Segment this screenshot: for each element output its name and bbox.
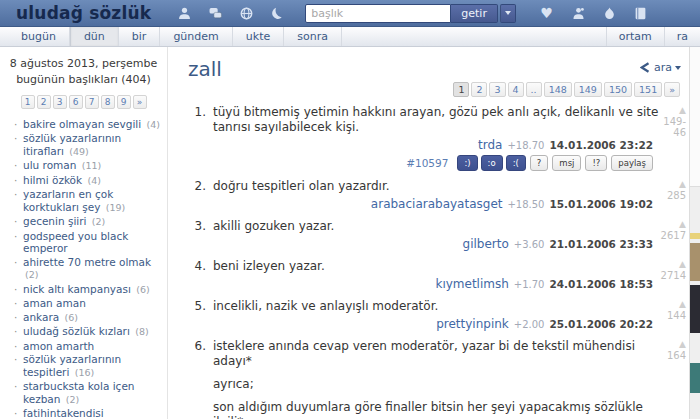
entry-list: 1.tüyü bitmemiş yetimin hakkını arayan, …: [188, 105, 689, 419]
entry-author-link[interactable]: trda: [478, 138, 502, 152]
search-input[interactable]: [305, 4, 451, 23]
page-button[interactable]: ..: [526, 82, 542, 97]
entry-date[interactable]: 24.01.2006 18:53: [549, 278, 653, 290]
page-button[interactable]: 8: [101, 95, 115, 109]
nav-tab-ra[interactable]: ra: [664, 27, 700, 46]
sidebar-topic-link[interactable]: yazarların en çok korktukları şey (19): [14, 188, 165, 214]
messages-icon[interactable]: [209, 7, 222, 20]
heart-icon[interactable]: ♥: [539, 7, 554, 20]
action-button-msj[interactable]: msj: [552, 155, 581, 171]
sidebar-topic-link[interactable]: sözlük yazarlarının itirafları (49): [14, 132, 165, 158]
ara-dropdown[interactable]: ara: [640, 61, 681, 74]
sidebar-topic-link[interactable]: gecenin şiiri (2): [14, 215, 165, 229]
reaction-button[interactable]: :): [457, 155, 477, 171]
page-button[interactable]: 4: [508, 82, 524, 97]
nav-right-tabs: ortamra: [606, 27, 700, 46]
page-title[interactable]: zall: [188, 57, 222, 81]
thumbnail-image[interactable]: [690, 285, 700, 333]
entry-meta: gilberto+3.6021.01.2006 23:33: [188, 237, 659, 251]
thumbnail-image[interactable]: [690, 233, 700, 239]
sidebar-topic-link[interactable]: bakire olmayan sevgili (4): [14, 118, 165, 132]
entry-author-link[interactable]: kıymetlimsh: [435, 277, 508, 291]
nav-tab-bir[interactable]: bir: [119, 27, 161, 46]
page-button[interactable]: 7: [85, 95, 99, 109]
entry-votes: ▲2714: [659, 259, 689, 291]
sidebar-topic-link[interactable]: sözlük yazarlarının tespitleri (16): [14, 353, 165, 379]
entry-author-link[interactable]: prettyinpink: [436, 317, 509, 331]
page-button[interactable]: 149: [574, 82, 602, 97]
page-button[interactable]: 151: [634, 82, 662, 97]
entry-number: 6.: [188, 339, 206, 419]
page-button[interactable]: 3: [53, 95, 67, 109]
nav-tab-bugün[interactable]: bugün: [8, 27, 70, 46]
topic-entry-count: (49): [69, 146, 89, 157]
vote-count: 149: [663, 116, 682, 127]
action-button-[interactable]: !?: [585, 155, 607, 171]
upvote-icon[interactable]: ▲: [659, 219, 686, 230]
sidebar-topic-link[interactable]: ahirette 70 metre olmak (2): [14, 256, 165, 282]
nav-tab-ortam[interactable]: ortam: [606, 27, 664, 46]
action-button-[interactable]: ?: [530, 155, 549, 171]
thumbnail-image[interactable]: [690, 243, 700, 281]
page-button[interactable]: 148: [544, 82, 572, 97]
entry-date[interactable]: 15.01.2006 19:02: [549, 198, 653, 210]
upvote-icon[interactable]: ▲: [659, 339, 686, 350]
book-icon[interactable]: [634, 7, 647, 20]
page-button[interactable]: 150: [604, 82, 632, 97]
getir-button[interactable]: getir: [451, 4, 498, 23]
sidebar-topic-link[interactable]: nick altı kampanyası (6): [14, 283, 165, 297]
entry-author-link[interactable]: arabaciarabayatasget: [371, 197, 503, 211]
sidebar-topic-link[interactable]: ankara (6): [14, 311, 165, 325]
nav-tab-ukte[interactable]: ukte: [233, 27, 284, 46]
page-button[interactable]: 1: [453, 82, 469, 97]
nav-tab-sonra[interactable]: sonra: [284, 27, 342, 46]
upvote-icon[interactable]: ▲: [659, 105, 686, 116]
globe-icon[interactable]: [240, 7, 253, 20]
page-button[interactable]: »: [664, 82, 680, 97]
page-button[interactable]: 1: [21, 95, 35, 109]
site-logo[interactable]: uludağ sözlük: [16, 3, 151, 23]
vote-count: 4: [680, 310, 686, 321]
sidebar-topic-link[interactable]: fatihintakendisi: [14, 407, 165, 419]
reaction-button[interactable]: :(: [506, 155, 526, 171]
topic-entry-count: (19): [106, 202, 126, 213]
page-button[interactable]: 6: [69, 95, 83, 109]
topic-entry-count: (11): [82, 160, 102, 171]
entry-date[interactable]: 21.01.2006 23:33: [549, 238, 653, 250]
right-panel-edge: [690, 47, 700, 187]
upvote-icon[interactable]: ▲: [659, 299, 686, 310]
entry-number: 1.: [188, 105, 206, 135]
sidebar-topic-link[interactable]: starbucksta kola içen kezban (2): [14, 380, 165, 406]
upvote-icon[interactable]: ▲: [659, 179, 686, 190]
flame-icon[interactable]: [603, 7, 616, 20]
topic-entry-count: (6): [136, 284, 149, 295]
sidebar-topic-link[interactable]: amon amarth: [14, 340, 165, 353]
vote-count: 26: [661, 230, 674, 241]
page-button[interactable]: 9: [117, 95, 131, 109]
sidebar-topic-link[interactable]: aman aman: [14, 297, 165, 310]
sidebar-topic-link[interactable]: godspeed you black emperor: [14, 230, 165, 255]
page-button[interactable]: 2: [37, 95, 51, 109]
nav-tab-gündem[interactable]: gündem: [160, 27, 232, 46]
sidebar-topic-link[interactable]: ulu roman (11): [14, 159, 165, 173]
entry-id-link[interactable]: #10597: [406, 157, 448, 169]
getir-dropdown-button[interactable]: [500, 4, 516, 23]
page-button[interactable]: 3: [489, 82, 505, 97]
nav-tab-dün[interactable]: dün: [70, 27, 119, 46]
profile-icon[interactable]: [178, 7, 191, 20]
entry-date[interactable]: 14.01.2006 23:22: [549, 139, 653, 151]
user-activity-icon[interactable]: [572, 7, 585, 20]
entry-date[interactable]: 25.01.2006 20:22: [549, 318, 653, 330]
thumbnail-image[interactable]: [690, 363, 700, 393]
page-body: 8 ağustos 2013, perşembe bugünün başlıkl…: [0, 47, 700, 419]
page-button[interactable]: 2: [471, 82, 487, 97]
crescent-icon[interactable]: [271, 7, 284, 20]
page-button[interactable]: »: [133, 95, 147, 109]
action-button-payla[interactable]: paylaş: [611, 155, 653, 171]
reaction-button[interactable]: :o: [481, 155, 503, 171]
sidebar-topic-link[interactable]: hilmi özkök (4): [14, 174, 165, 188]
sidebar-topic-link[interactable]: uludağ sözlük kızları (8): [14, 325, 165, 339]
topic-entry-count: (2): [92, 216, 105, 227]
upvote-icon[interactable]: ▲: [659, 259, 686, 270]
entry-author-link[interactable]: gilberto: [463, 237, 509, 251]
